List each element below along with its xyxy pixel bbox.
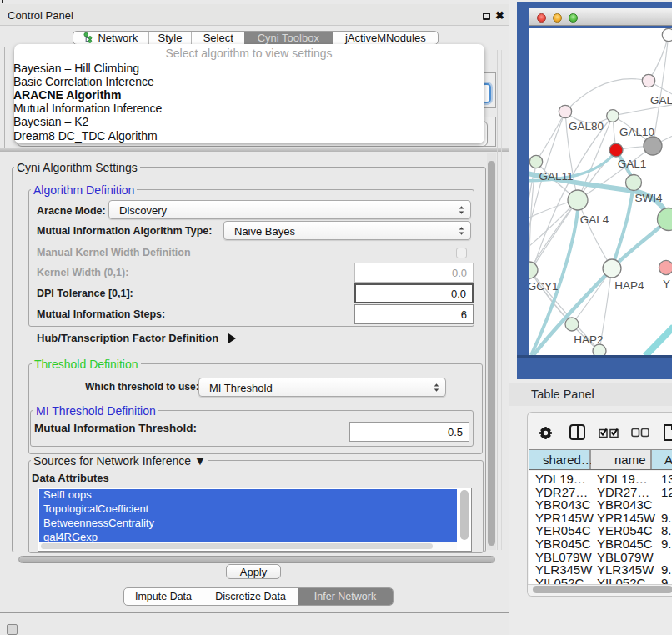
svg-text:GAL4: GAL4 xyxy=(580,213,609,226)
svg-text:GAL10: GAL10 xyxy=(619,126,654,138)
svg-text:SWI4: SWI4 xyxy=(634,192,662,204)
svg-text:GAL11: GAL11 xyxy=(539,170,573,182)
svg-text:GCY1: GCY1 xyxy=(529,280,558,292)
svg-text:HAP4: HAP4 xyxy=(614,279,644,292)
svg-text:Y: Y xyxy=(663,278,670,290)
svg-text:GAL1: GAL1 xyxy=(618,158,647,170)
svg-text:HAP2: HAP2 xyxy=(574,333,603,346)
svg-text:GAL80: GAL80 xyxy=(569,120,604,132)
svg-text:GAL: GAL xyxy=(650,94,672,107)
